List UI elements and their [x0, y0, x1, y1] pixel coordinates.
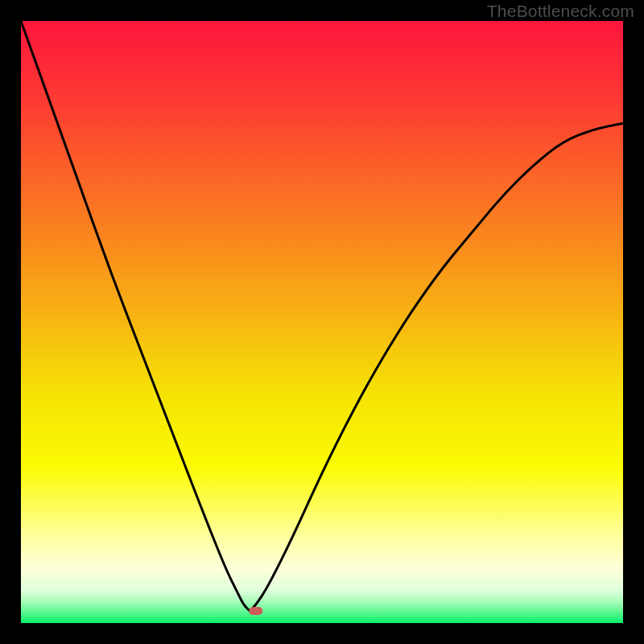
plot-area [21, 21, 623, 623]
gradient-background [21, 21, 623, 623]
optimum-marker [249, 607, 262, 615]
bottleneck-chart [21, 21, 623, 623]
